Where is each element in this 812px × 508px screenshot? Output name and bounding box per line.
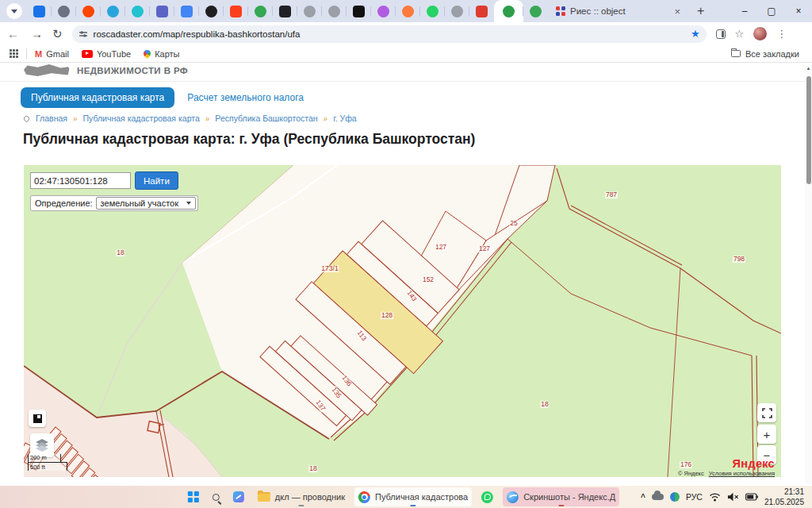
clock[interactable]: 21:31 21.05.2025 <box>764 487 804 507</box>
black-music-icon <box>205 6 217 17</box>
pinned-tab-green-home[interactable] <box>523 0 548 22</box>
tab-search-button[interactable] <box>6 3 22 19</box>
active-indicator <box>411 505 416 507</box>
pinned-tab-black-arrow[interactable] <box>273 0 297 22</box>
flame-icon <box>402 6 414 17</box>
pinned-tab-blue-arrow[interactable] <box>27 0 52 22</box>
tune-icon[interactable] <box>79 29 88 39</box>
running-indicator <box>558 505 564 507</box>
pinned-tab-indigo-app[interactable] <box>150 0 174 22</box>
youtube-icon <box>82 50 93 58</box>
pinned-tab-gradient-app[interactable] <box>371 0 396 22</box>
breadcrumb-region[interactable]: Республика Башкортостан <box>215 114 317 123</box>
tab-ries-object[interactable]: Риес :: object × <box>548 0 689 22</box>
side-panel-icon[interactable] <box>716 29 726 39</box>
bookmark-youtube[interactable]: YouTube <box>82 49 131 59</box>
parcel-label-176: 176 <box>680 461 692 468</box>
pinned-tab-black-h[interactable] <box>347 0 371 22</box>
volume-muted-icon[interactable] <box>727 492 739 502</box>
browser-tab-strip: Риес :: object × + – ▢ × <box>0 0 812 22</box>
legend-button[interactable] <box>29 410 46 427</box>
pinned-tab-red-grid[interactable] <box>469 0 494 22</box>
pinned-tab-whatsapp[interactable] <box>420 0 445 22</box>
scrollbar-thumb[interactable] <box>806 76 811 184</box>
close-button[interactable]: × <box>785 6 812 17</box>
address-bar[interactable]: roscadaster.com/map/respublika-bashkorto… <box>72 25 707 43</box>
tray-chevron-icon[interactable]: ^ <box>641 493 645 502</box>
antivirus-icon[interactable] <box>670 492 680 502</box>
page-content: НЕДВИЖИМОСТИ В РФ Публичная кадастровая … <box>0 64 812 486</box>
yandex-mail-icon <box>230 6 242 17</box>
language-indicator[interactable]: РУС <box>686 492 703 502</box>
pinned-tab-globe-2[interactable] <box>297 0 322 22</box>
breadcrumb: Главная » Публичная кадастровая карта » … <box>24 114 357 123</box>
parcel-label-25: 25 <box>509 220 518 227</box>
bookmark-gmail[interactable]: MGmail <box>35 49 69 59</box>
pinned-tab-globe-4[interactable] <box>445 0 469 22</box>
forward-button[interactable]: → <box>26 27 48 40</box>
globe-2-icon <box>304 6 316 17</box>
map-attribution: © Яндекс Условия использования <box>678 470 775 477</box>
gradient-app-icon <box>377 6 389 17</box>
find-button[interactable]: Найти <box>135 171 178 190</box>
bookmark-maps[interactable]: Карты <box>144 49 179 59</box>
site-nav: Публичная кадастровая карта Расчет земел… <box>21 87 304 108</box>
pinned-tab-teal-app[interactable] <box>125 0 150 22</box>
wifi-icon[interactable] <box>709 492 721 502</box>
bookmark-star-icon[interactable]: ★ <box>691 28 700 40</box>
tab-public-cadastral-map[interactable]: Публичная кадастровая карта <box>21 87 174 108</box>
scroll-up-arrow[interactable]: ▲ <box>805 65 812 71</box>
taskbar-search-button[interactable] <box>209 487 224 506</box>
minimize-button[interactable]: – <box>731 6 758 17</box>
definition-select[interactable]: земельный участок <box>96 197 196 210</box>
browser-menu-icon[interactable]: ⋮ <box>776 28 787 40</box>
pinned-tab-globe-1[interactable] <box>52 0 76 22</box>
pinned-tab-reddit[interactable] <box>76 0 101 22</box>
new-tab-button[interactable]: + <box>689 4 712 18</box>
terms-link[interactable]: Условия использования <box>709 470 775 477</box>
blue-arrow-icon <box>33 6 45 17</box>
apps-grid-icon[interactable] <box>10 49 18 58</box>
black-arrow-icon <box>279 6 291 17</box>
whatsapp-task-button[interactable] <box>477 487 497 506</box>
widgets-button[interactable] <box>229 487 248 506</box>
back-button[interactable]: ← <box>0 27 26 40</box>
indigo-app-icon <box>156 6 168 17</box>
screenshots-task-button[interactable]: Скриншоты - Яндекс.Д <box>503 487 619 506</box>
zoom-in-button[interactable]: + <box>757 425 776 444</box>
cadastral-number-input[interactable] <box>30 172 131 189</box>
all-bookmarks-button[interactable]: Все закладки <box>731 49 812 59</box>
onedrive-cloud-icon[interactable] <box>652 494 664 500</box>
definition-label: Определение: <box>35 198 93 208</box>
pinned-tab-yandex-mail[interactable] <box>224 0 248 22</box>
window-controls: – ▢ × <box>731 0 812 22</box>
pinned-tab-cadastre-active[interactable] <box>494 0 523 22</box>
reading-list-star-icon[interactable]: ☆ <box>735 28 745 40</box>
chrome-task-button[interactable]: Публичная кадастрова <box>354 487 472 506</box>
start-button[interactable] <box>184 487 203 506</box>
pinned-tab-globe-3[interactable] <box>322 0 347 22</box>
breadcrumb-city[interactable]: г. Уфа <box>333 114 357 123</box>
url-text[interactable]: roscadaster.com/map/respublika-bashkorto… <box>94 29 685 39</box>
pinned-tab-black-music[interactable] <box>199 0 224 22</box>
cadastral-map[interactable]: 18173/1127127251521431281137877981361351… <box>24 165 781 477</box>
explorer-button[interactable]: дкл — проводник <box>254 487 349 506</box>
fullscreen-button[interactable] <box>757 403 776 422</box>
tab-close-icon[interactable]: × <box>672 6 683 17</box>
page-scrollbar[interactable]: ▲ <box>805 65 812 484</box>
taskbar: дкл — проводник Публичная кадастрова Скр… <box>0 486 812 508</box>
pinned-tab-blue-docs[interactable] <box>174 0 199 22</box>
pinned-tab-telegram[interactable] <box>101 0 125 22</box>
tab-land-tax[interactable]: Расчет земельного налога <box>187 92 304 103</box>
parcel-label-152: 152 <box>422 276 435 283</box>
breadcrumb-home[interactable]: Главная <box>36 114 67 123</box>
profile-avatar[interactable] <box>753 27 767 40</box>
pinned-tab-flame[interactable] <box>396 0 420 22</box>
battery-icon[interactable] <box>745 493 758 501</box>
reload-button[interactable]: ↻ <box>48 27 67 41</box>
yandex-logo[interactable]: Яндекс <box>733 457 775 470</box>
site-brand: НЕДВИЖИМОСТИ В РФ <box>77 66 188 75</box>
pinned-tab-color-dots[interactable] <box>248 0 273 22</box>
maximize-button[interactable]: ▢ <box>758 6 785 17</box>
breadcrumb-map[interactable]: Публичная кадастровая карта <box>83 114 200 123</box>
